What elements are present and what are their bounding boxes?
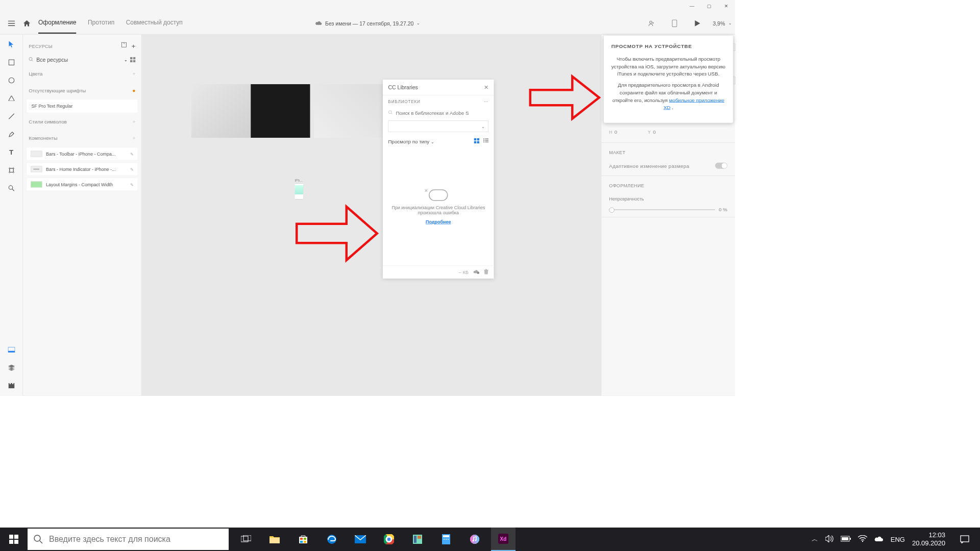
opacity-value[interactable]: 0 % xyxy=(719,207,727,212)
invite-icon[interactable] xyxy=(644,15,659,31)
file-explorer-icon[interactable] xyxy=(262,528,287,551)
assets-search-input[interactable] xyxy=(36,57,121,63)
start-button[interactable] xyxy=(0,528,28,551)
char-styles-label: Стили символов xyxy=(29,119,67,124)
language-indicator[interactable]: ENG xyxy=(891,536,905,543)
taskbar-search[interactable] xyxy=(28,529,229,550)
tab-prototype[interactable]: Прототип xyxy=(88,13,114,34)
add-icon[interactable]: + xyxy=(133,119,136,124)
volume-icon[interactable] xyxy=(825,535,834,544)
cloud-error-icon xyxy=(429,189,448,201)
chrome-icon[interactable] xyxy=(377,528,401,551)
rectangle-tool-icon[interactable] xyxy=(7,58,16,67)
battery-icon[interactable] xyxy=(841,536,851,543)
assets-panel-icon[interactable] xyxy=(7,345,16,354)
close-icon[interactable]: ✕ xyxy=(484,84,488,90)
component-item[interactable]: Bars - Home Indicator - iPhone -... ✎ xyxy=(27,163,138,176)
calculator-icon[interactable] xyxy=(434,528,458,551)
text-tool-icon[interactable]: T xyxy=(7,148,16,157)
artboard[interactable] xyxy=(314,84,388,138)
line-tool-icon[interactable] xyxy=(7,112,16,121)
edit-icon[interactable]: ✎ xyxy=(130,182,134,187)
svg-point-60 xyxy=(473,540,474,542)
device-preview-popup: ПРОСМОТР НА УСТРОЙСТВЕ Чтобы включить пр… xyxy=(604,36,733,123)
home-icon[interactable] xyxy=(19,15,35,31)
pen-tool-icon[interactable] xyxy=(7,130,16,139)
tab-design[interactable]: Оформление xyxy=(38,13,76,34)
canvas[interactable]: CC Libraries ✕ БИБЛИОТЕКИ ⋯ ⌄ Просмотр п… xyxy=(142,35,601,396)
taskbar-clock[interactable]: 12:03 20.09.2020 xyxy=(912,531,945,547)
add-icon[interactable]: + xyxy=(133,135,136,141)
layers-panel-icon[interactable] xyxy=(7,364,16,372)
document-title[interactable]: Без имени — 17 сентября, 19.27.20 ⌄ xyxy=(315,20,420,26)
component-item[interactable]: Layout Margins - Compact Width ✎ xyxy=(27,179,138,191)
chevron-down-icon[interactable]: ⌄ xyxy=(124,58,127,62)
select-tool-icon[interactable] xyxy=(7,40,16,49)
layout-section-title: МАКЕТ xyxy=(609,149,625,155)
component-label: Bars - Home Indicator - iPhone -... xyxy=(46,166,127,172)
edit-icon[interactable]: ✎ xyxy=(130,167,134,172)
view-toggle-icon[interactable] xyxy=(130,57,136,63)
component-item[interactable]: Bars - Toolbar - iPhone - Compa... ✎ xyxy=(27,148,138,160)
svg-rect-9 xyxy=(9,383,10,384)
components-section[interactable]: Компоненты + xyxy=(23,130,141,146)
adobe-xd-icon[interactable]: Xd xyxy=(491,528,516,551)
polygon-tool-icon[interactable] xyxy=(7,94,16,103)
edit-icon[interactable]: ✎ xyxy=(130,152,134,157)
zoom-tool-icon[interactable] xyxy=(7,184,16,193)
artboard[interactable] xyxy=(251,84,310,138)
app-icon[interactable] xyxy=(405,528,430,551)
responsive-toggle[interactable] xyxy=(715,163,727,169)
add-icon[interactable]: + xyxy=(133,71,136,77)
wifi-icon[interactable] xyxy=(858,535,867,544)
svg-point-61 xyxy=(475,540,477,541)
search-icon xyxy=(388,110,393,116)
onedrive-icon[interactable] xyxy=(874,536,884,543)
learn-more-link[interactable]: Подробнее xyxy=(426,219,451,225)
more-icon[interactable]: ⋯ xyxy=(484,99,488,104)
view-by-type[interactable]: Просмотр по типу ⌄ xyxy=(388,139,434,144)
svg-rect-19 xyxy=(477,138,480,141)
library-dropdown[interactable]: ⌄ xyxy=(388,120,489,132)
hamburger-menu-icon[interactable] xyxy=(4,15,19,31)
tray-expand-icon[interactable]: ︿ xyxy=(812,535,818,544)
list-view-icon[interactable] xyxy=(483,138,489,145)
edge-icon[interactable] xyxy=(320,528,344,551)
grid-view-icon[interactable] xyxy=(474,138,480,145)
zoom-dropdown[interactable]: 3,9% ⌄ xyxy=(713,20,731,26)
missing-fonts-section[interactable]: Отсутствующие шрифты ● xyxy=(23,82,141,99)
plugins-panel-icon[interactable] xyxy=(7,382,16,390)
opacity-slider[interactable] xyxy=(609,209,715,210)
h-value[interactable]: 0 xyxy=(615,129,617,135)
colors-section[interactable]: Цвета + xyxy=(23,65,141,82)
y-value[interactable]: 0 xyxy=(653,129,655,135)
mode-tabs: Оформление Прототип Совместный доступ xyxy=(38,13,183,34)
font-item[interactable]: SF Pro Text Regular xyxy=(27,99,138,113)
add-icon[interactable]: + xyxy=(132,42,136,51)
ellipse-tool-icon[interactable] xyxy=(7,76,16,85)
popup-text-android: Для предварительного просмотра в Android… xyxy=(611,81,726,111)
notifications-icon[interactable] xyxy=(952,528,977,551)
itunes-icon[interactable] xyxy=(462,528,487,551)
cloud-sync-icon[interactable] xyxy=(473,269,479,275)
minimize-button[interactable]: — xyxy=(683,0,701,12)
tab-share[interactable]: Совместный доступ xyxy=(126,13,183,34)
artboard[interactable] xyxy=(191,84,251,138)
windows-taskbar: Xd ︿ ENG 12:03 20.09.2020 xyxy=(0,528,980,551)
task-view-icon[interactable] xyxy=(234,528,258,551)
taskbar-search-input[interactable] xyxy=(49,535,223,544)
device-preview-icon[interactable] xyxy=(667,15,682,31)
close-window-button[interactable]: ✕ xyxy=(718,0,735,12)
library-search-input[interactable] xyxy=(396,110,489,116)
play-icon[interactable] xyxy=(690,15,705,31)
artboard[interactable] xyxy=(295,184,304,199)
svg-rect-41 xyxy=(304,541,306,543)
trash-icon[interactable] xyxy=(484,269,488,276)
maximize-button[interactable]: ▢ xyxy=(701,0,718,12)
mail-icon[interactable] xyxy=(348,528,373,551)
artboard-tool-icon[interactable] xyxy=(7,166,16,175)
publish-library-icon[interactable] xyxy=(121,42,127,51)
component-label: Layout Margins - Compact Width xyxy=(46,182,127,187)
char-styles-section[interactable]: Стили символов + xyxy=(23,113,141,130)
microsoft-store-icon[interactable] xyxy=(291,528,315,551)
